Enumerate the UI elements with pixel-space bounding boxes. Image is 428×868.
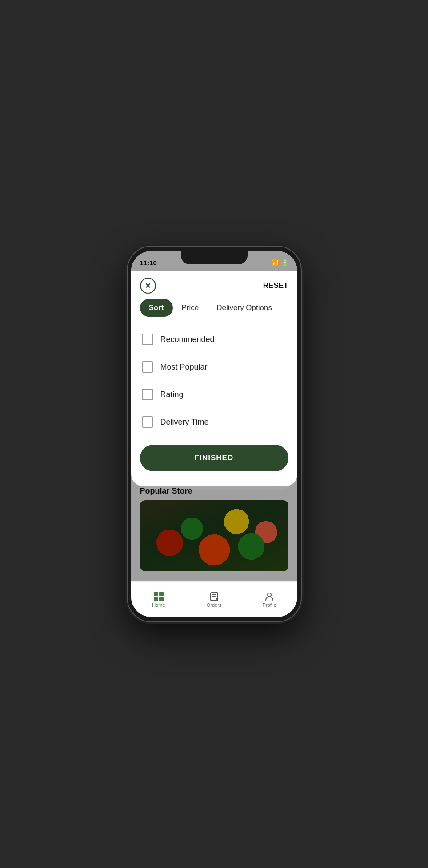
bottom-nav: Home Orders Profile — [131, 581, 297, 617]
nav-home[interactable]: Home — [131, 592, 187, 608]
checkbox-delivery-time[interactable] — [142, 416, 153, 428]
sort-label-rating: Rating — [160, 390, 184, 399]
home-icon — [154, 592, 164, 601]
sheet-header: ✕ RESET — [131, 271, 297, 299]
svg-point-4 — [268, 593, 271, 597]
sort-label-delivery-time: Delivery Time — [160, 418, 209, 427]
tab-price[interactable]: Price — [173, 299, 208, 317]
svg-rect-3 — [216, 598, 217, 600]
sort-option-delivery-time[interactable]: Delivery Time — [142, 408, 287, 436]
svg-rect-1 — [212, 594, 216, 595]
nav-orders-label: Orders — [207, 602, 222, 608]
tab-strip: Sort Price Delivery Options — [131, 299, 297, 317]
checkbox-rating[interactable] — [142, 389, 153, 400]
sort-option-most-popular[interactable]: Most Popular — [142, 353, 287, 381]
finished-btn-wrapper: FINISHED — [131, 436, 297, 476]
sort-option-recommended[interactable]: Recommended — [142, 326, 287, 353]
status-icons: 📶 🔋 — [260, 259, 288, 266]
sort-label-recommended: Recommended — [160, 335, 215, 344]
sort-label-most-popular: Most Popular — [160, 362, 208, 372]
nav-profile-label: Profile — [263, 602, 276, 608]
status-time: 11:10 — [140, 259, 157, 267]
tab-delivery-options[interactable]: Delivery Options — [208, 299, 281, 317]
nav-orders[interactable]: Orders — [186, 592, 242, 608]
battery-icon: 🔋 — [281, 259, 288, 266]
signal-dots — [260, 262, 269, 263]
orders-icon — [209, 592, 219, 601]
notch — [181, 251, 248, 264]
sort-options-list: Recommended Most Popular Rating Delivery… — [131, 326, 297, 436]
checkbox-recommended[interactable] — [142, 334, 153, 345]
finished-button[interactable]: FINISHED — [140, 445, 288, 471]
close-icon: ✕ — [145, 282, 151, 290]
nav-home-label: Home — [152, 602, 165, 608]
sort-option-rating[interactable]: Rating — [142, 381, 287, 408]
bottom-sheet: ✕ RESET Sort Price Delivery Options — [131, 271, 297, 486]
phone-screen: 11:10 📶 🔋 Parkson Group $$$ • Kitchen • … — [131, 251, 297, 617]
svg-rect-2 — [212, 596, 216, 597]
checkbox-most-popular[interactable] — [142, 361, 153, 373]
tab-sort[interactable]: Sort — [140, 299, 173, 317]
wifi-icon: 📶 — [272, 259, 279, 266]
nav-profile[interactable]: Profile — [242, 592, 297, 608]
reset-button[interactable]: RESET — [263, 281, 288, 290]
close-button[interactable]: ✕ — [140, 278, 156, 294]
profile-icon — [264, 592, 274, 601]
phone-frame: 11:10 📶 🔋 Parkson Group $$$ • Kitchen • … — [128, 247, 301, 621]
